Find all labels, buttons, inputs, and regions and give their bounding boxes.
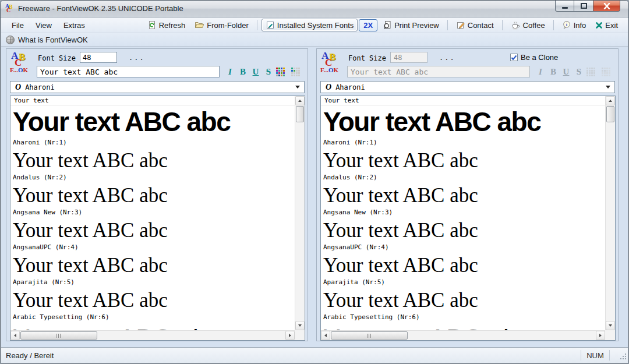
font-size-label: Font Size : <box>348 54 394 62</box>
refresh-button[interactable]: Refresh <box>143 19 190 31</box>
pencil-page-icon <box>456 20 465 30</box>
chevron-down-icon[interactable] <box>606 86 610 89</box>
installed-system-fonts-button[interactable]: Installed System Fonts <box>262 19 358 31</box>
font-preview-row[interactable]: Your text ABC abc <box>10 150 295 171</box>
italic-button-disabled: I <box>535 66 546 77</box>
print-preview-button[interactable]: Print Preview <box>379 19 443 31</box>
scroll-left-button[interactable] <box>10 331 20 340</box>
font-preview-row[interactable]: Your text ABC abc <box>10 255 295 276</box>
scrollbar-corner <box>605 330 615 340</box>
scroll-up-button[interactable] <box>295 96 305 105</box>
app-logo-icon: ABC <box>5 3 16 14</box>
scroll-left-button[interactable] <box>321 331 330 340</box>
font-size-input[interactable] <box>80 52 117 63</box>
close-button[interactable] <box>593 1 620 12</box>
font-preview-row[interactable]: Your text ABC abc <box>321 106 605 136</box>
font-size-label: Font Size : <box>38 54 84 62</box>
window-title: Freeware - FontViewOK 2.35 UNICODE Porta… <box>18 4 183 13</box>
menu-toolbar-row: File View Extras Refresh From-Folder Ins… <box>1 17 628 33</box>
what-is-fontviewok-link[interactable]: What is FontViewOK <box>1 33 628 47</box>
sample-text-input-disabled <box>347 66 530 77</box>
client-area: ABC F...OK Font Size : ... I B U S <box>1 47 628 347</box>
from-folder-button[interactable]: From-Folder <box>190 19 253 31</box>
font-preview-list[interactable]: Your text Your text ABC abcAharoni (Nr:1… <box>10 96 305 341</box>
scroll-up-button[interactable] <box>606 96 615 105</box>
minimize-button[interactable] <box>555 1 574 12</box>
font-color-grid-icon[interactable] <box>275 67 285 76</box>
font-name-label: Aparajita (Nr:5) <box>321 279 605 286</box>
list-header: Your text <box>321 96 615 105</box>
app-window: ABC Freeware - FontViewOK 2.35 UNICODE P… <box>0 0 629 364</box>
font-preview-row[interactable]: Your text ABC abc <box>321 185 605 206</box>
horizontal-scroll-thumb[interactable] <box>20 331 97 340</box>
what-is-label: What is FontViewOK <box>18 36 88 44</box>
font-name-label: Angsana New (Nr:3) <box>10 209 295 216</box>
coffee-cup-icon <box>511 20 521 30</box>
font-preview-row[interactable]: Your text ABC abc <box>321 220 605 241</box>
globe-icon <box>6 36 15 44</box>
resize-grip[interactable] <box>618 351 627 360</box>
vertical-scroll-thumb[interactable] <box>296 106 304 122</box>
scroll-down-button[interactable] <box>606 321 615 330</box>
font-name-label: AngsanaUPC (Nr:4) <box>321 244 605 251</box>
vertical-scroll-thumb[interactable] <box>606 106 614 122</box>
horizontal-scroll-thumb[interactable] <box>331 331 408 340</box>
info-button[interactable]: i Info <box>558 19 591 31</box>
left-font-panel: ABC F...OK Font Size : ... I B U S <box>6 48 308 341</box>
scroll-down-button[interactable] <box>295 321 305 330</box>
checkbox-checked-icon[interactable] <box>510 54 518 61</box>
font-preview-row[interactable]: Your text ABC abc <box>321 290 605 311</box>
underline-button[interactable]: U <box>250 66 262 77</box>
sample-text-input[interactable] <box>37 66 220 77</box>
clone-label: Be a Clone <box>521 53 558 62</box>
vertical-scrollbar[interactable] <box>295 96 305 330</box>
font-list-items: Your text ABC abcAharoni (Nr:1)Your text… <box>10 106 295 330</box>
magnifier-page-icon <box>383 20 392 30</box>
exit-x-icon <box>595 22 603 29</box>
refresh-icon <box>147 20 157 30</box>
italic-button[interactable]: I <box>224 66 236 77</box>
toolbar-separator <box>447 20 448 30</box>
font-size-more-button[interactable]: ... <box>129 54 145 62</box>
background-color-grid-icon[interactable] <box>291 67 300 76</box>
horizontal-scrollbar[interactable] <box>10 330 295 340</box>
menu-extras[interactable]: Extras <box>59 19 90 31</box>
font-name-label: Andalus (Nr:2) <box>10 174 295 181</box>
font-preview-row[interactable]: Your text ABC abc <box>321 255 605 276</box>
vertical-scrollbar[interactable] <box>605 96 615 330</box>
font-preview-row[interactable]: Your text ABC abc <box>10 325 295 330</box>
maximize-button[interactable] <box>574 1 593 12</box>
font-preview-row[interactable]: Your text ABC abc <box>10 185 295 206</box>
font-preview-row[interactable]: Your text ABC abc <box>10 106 295 136</box>
chevron-down-icon[interactable] <box>295 86 300 89</box>
status-message: Ready / Bereit <box>1 351 54 360</box>
menu-file[interactable]: File <box>7 19 29 31</box>
fontviewok-logo: ABC F...OK <box>10 50 38 76</box>
font-select-dropdown[interactable]: O Aharoni <box>10 81 305 93</box>
selected-font-name: Aharoni <box>25 83 55 91</box>
zoom-2x-button[interactable]: 2X <box>359 19 377 31</box>
font-size-more-button[interactable]: ... <box>439 54 455 62</box>
bold-button-disabled: B <box>547 66 559 77</box>
scroll-right-button[interactable] <box>285 331 295 340</box>
bold-button[interactable]: B <box>237 66 249 77</box>
font-preview-row[interactable]: Your text ABC abc <box>321 325 605 330</box>
title-bar: ABC Freeware - FontViewOK 2.35 UNICODE P… <box>1 1 628 17</box>
font-preview-row[interactable]: Your text ABC abc <box>10 220 295 241</box>
coffee-button[interactable]: Coffee <box>507 19 549 31</box>
font-preview-list[interactable]: Your text Your text ABC abcAharoni (Nr:1… <box>320 96 616 341</box>
font-preview-row[interactable]: Your text ABC abc <box>321 150 605 171</box>
contact-button[interactable]: Contact <box>452 19 498 31</box>
exit-button[interactable]: Exit <box>591 19 622 31</box>
scroll-right-button[interactable] <box>596 331 605 340</box>
opentype-icon: O <box>15 83 21 91</box>
menu-bar: File View Extras <box>1 19 90 31</box>
font-preview-row[interactable]: Your text ABC abc <box>10 290 295 311</box>
status-bar: Ready / Bereit NUM <box>1 347 628 363</box>
font-select-dropdown[interactable]: O Aharoni <box>320 81 615 93</box>
menu-view[interactable]: View <box>31 19 56 31</box>
horizontal-scrollbar[interactable] <box>321 330 605 340</box>
be-a-clone-checkbox[interactable]: Be a Clone <box>510 53 558 62</box>
strikethrough-button[interactable]: S <box>263 66 274 77</box>
underline-button-disabled: U <box>560 66 572 77</box>
